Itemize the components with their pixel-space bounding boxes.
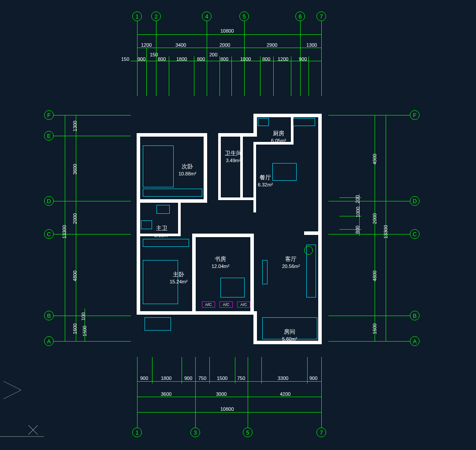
grid-bubble-c-left: C — [44, 229, 54, 239]
dim: 4900 — [372, 154, 377, 164]
grid-line-h — [328, 201, 410, 201]
grid-bubble-1-top: 1 — [132, 11, 142, 21]
dim: 150 — [121, 56, 129, 62]
plant-icon — [304, 246, 313, 255]
wall — [304, 231, 322, 235]
grid-line-v — [321, 21, 322, 96]
wall — [218, 133, 253, 137]
cad-canvas[interactable]: 1 2 4 5 6 7 1 3 5 7 F E D C B A F D C B … — [0, 0, 476, 450]
dim: 750 — [237, 376, 245, 381]
grid-bubble-7-bottom: 7 — [316, 428, 326, 437]
grid-line-v — [195, 357, 196, 428]
wall — [218, 197, 256, 200]
dim-total-top: 10800 — [220, 28, 234, 33]
dim: 1500 — [82, 326, 87, 336]
dim: 150 — [150, 52, 158, 57]
grid-line-v — [194, 56, 194, 96]
dim: 2900 — [267, 42, 277, 48]
dim: 1200 — [141, 42, 152, 48]
wall — [204, 133, 207, 199]
grid-line-h — [54, 316, 131, 316]
dim: 1300 — [72, 121, 78, 131]
room-label: 主卫5.10m² — [154, 225, 169, 238]
dim: 4800 — [372, 271, 377, 281]
dim: 750 — [198, 376, 206, 381]
ac-unit: A/C — [202, 301, 215, 308]
wall — [137, 311, 257, 315]
dim-total-right: 13300 — [383, 225, 388, 239]
dim-line — [375, 115, 375, 341]
dim: 100 — [81, 312, 86, 320]
grid-line-v — [207, 21, 207, 96]
grid-line-v — [321, 357, 322, 428]
furniture-stove — [293, 118, 315, 126]
wall — [192, 234, 254, 237]
furniture-balcony — [145, 317, 171, 331]
dim: 800 — [262, 56, 270, 62]
dim: 800 — [220, 56, 228, 62]
grid-line-h — [328, 341, 410, 342]
grid-line-h — [328, 316, 410, 316]
grid-line-v — [261, 357, 262, 383]
dim: 1200 — [278, 56, 288, 62]
grid-line-h — [54, 341, 131, 342]
dim-line — [137, 34, 321, 35]
grid-line-v — [248, 357, 248, 428]
grid-line-v — [219, 56, 220, 96]
room-label: 客厅20.56m² — [282, 256, 300, 269]
dim-line — [137, 397, 321, 397]
dim: 900 — [140, 376, 148, 381]
grid-bubble-5-bottom: 5 — [243, 428, 253, 437]
wall — [253, 114, 322, 117]
grid-bubble-b-right: B — [410, 311, 420, 320]
grid-line-v — [209, 357, 210, 383]
grid-bubble-3-bottom: 3 — [190, 428, 200, 437]
grid-bubble-d-right: D — [410, 196, 420, 206]
crosshair-icon — [26, 423, 40, 436]
wall — [137, 199, 207, 203]
furniture-toilet — [141, 220, 152, 229]
grid-bubble-f-right: F — [410, 110, 420, 120]
dim: 800 — [355, 226, 360, 234]
dim: 3600 — [161, 391, 171, 397]
grid-line-h — [54, 115, 131, 115]
dim-total-left: 13300 — [62, 225, 67, 239]
grid-line-v — [156, 21, 156, 96]
dim: 1600 — [372, 324, 377, 334]
grid-line-h — [54, 201, 131, 201]
grid-line-v — [235, 357, 235, 383]
dim: 200 — [355, 195, 360, 203]
furniture-wardrobe — [143, 239, 189, 247]
wall — [192, 234, 196, 311]
grid-line-v — [309, 56, 309, 96]
dim: 900 — [138, 56, 145, 62]
grid-bubble-6-top: 6 — [295, 11, 305, 21]
dim: 900 — [309, 376, 317, 381]
wall — [253, 142, 256, 212]
dim: 1800 — [161, 376, 171, 381]
grid-line-v — [182, 357, 182, 383]
ac-unit: A/C — [219, 301, 233, 308]
dim: 4200 — [280, 391, 290, 397]
dim: 3600 — [72, 164, 78, 175]
dim: 2000 — [72, 213, 78, 224]
grid-line-h — [328, 115, 410, 115]
dim: 3300 — [278, 376, 288, 381]
grid-line-v — [307, 357, 308, 383]
dim-line — [137, 412, 321, 413]
grid-line-v — [291, 56, 291, 96]
grid-bubble-b-left: B — [44, 311, 54, 320]
grid-line-v — [152, 357, 152, 383]
wall — [253, 311, 257, 344]
dim: 800 — [197, 56, 205, 62]
grid-bubble-f-left: F — [44, 110, 54, 120]
room-label: 主卧15.24m² — [170, 271, 187, 285]
dim: 3400 — [175, 42, 186, 48]
wall — [318, 114, 322, 235]
dim: 1000 — [355, 207, 361, 217]
grid-line-v — [273, 56, 274, 96]
cursor-indicator — [1, 379, 28, 403]
wall — [137, 133, 207, 137]
dim-line — [137, 48, 321, 48]
dim: 2000 — [372, 213, 377, 224]
